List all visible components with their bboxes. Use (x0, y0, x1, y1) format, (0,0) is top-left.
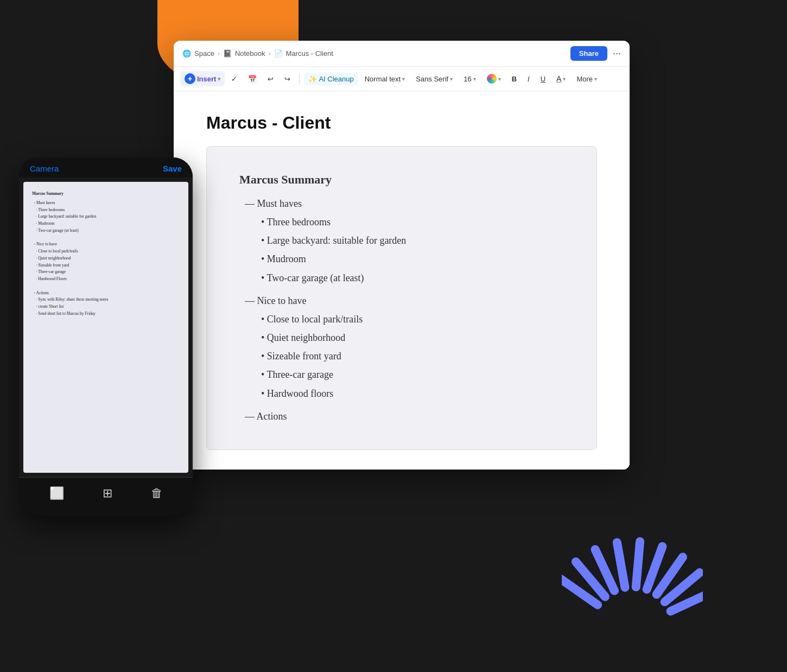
hw-title: Marcus Summary (239, 168, 564, 191)
color-button[interactable]: ▾ (483, 72, 505, 86)
breadcrumb: 🌐 Space › 📓 Notebook › 📄 Marcus - Client (182, 49, 333, 58)
phone-trash-icon[interactable]: 🗑 (151, 486, 163, 500)
check-button[interactable]: ✓ (227, 73, 242, 85)
underline-icon: U (541, 75, 545, 83)
list-item: • Two-car garage (at least) (261, 269, 564, 287)
italic-button[interactable]: I (523, 73, 534, 85)
more-dots-icon: ··· (613, 48, 621, 59)
list-item: • Quiet neighborhood (261, 328, 564, 347)
color-chevron-icon: ▾ (498, 76, 501, 82)
svg-rect-3 (631, 537, 645, 592)
plus-icon: + (185, 73, 195, 84)
hw-must-haves-section: — Must haves • Three bedrooms • Large ba… (245, 194, 564, 287)
list-item: • Mudroom (261, 250, 564, 268)
editor-content[interactable]: Marcus - Client Marcus Summary — Must ha… (174, 91, 630, 470)
size-chevron-icon: ▾ (473, 76, 476, 82)
hw-nice-to-have-section: — Nice to have • Close to local park/tra… (245, 291, 564, 403)
more-chevron-icon: ▾ (594, 76, 597, 82)
hw-must-haves-list: • Three bedrooms • Large backyard: suita… (261, 213, 564, 287)
phone-share-icon[interactable]: ⬜ (49, 486, 64, 500)
font-size-label: 16 (464, 75, 471, 83)
phone-crop-icon[interactable]: ⊞ (103, 486, 112, 500)
calendar-button[interactable]: 📅 (244, 73, 261, 85)
list-item: • Three-car garage (261, 365, 564, 384)
ai-cleanup-label: AI Cleanup (319, 75, 353, 83)
document-title: Marcus - Client (206, 113, 597, 133)
breadcrumb-sep-1: › (218, 50, 220, 58)
sunburst-svg (562, 521, 703, 629)
phone-preview-content: - Must haves · Three bedrooms · Large ba… (32, 200, 180, 318)
ai-icon: ✨ (308, 75, 317, 83)
normal-text-label: Normal text (365, 75, 401, 83)
undo-button[interactable]: ↩ (263, 73, 278, 85)
text-color-chevron-icon: ▾ (563, 76, 566, 82)
phone-status-bar: Camera Save (19, 157, 193, 177)
share-button[interactable]: Share (570, 46, 607, 61)
phone-camera-label: Camera (30, 164, 59, 173)
calendar-icon: 📅 (248, 75, 257, 83)
insert-button[interactable]: + Insert ▾ (180, 71, 225, 86)
text-color-icon: A (556, 74, 561, 83)
font-family-button[interactable]: Sans Serif ▾ (411, 73, 457, 85)
phone-bottom-bar: ⬜ ⊞ 🗑 (19, 477, 193, 516)
hw-must-haves-label: — Must haves (245, 194, 564, 213)
sunburst-decoration (562, 521, 703, 631)
more-toolbar-button[interactable]: More ▾ (572, 73, 601, 85)
more-toolbar-label: More (576, 75, 593, 83)
space-icon: 🌐 (182, 49, 191, 58)
phone-preview-title: Marcus Summary (32, 191, 180, 198)
phone-save-button[interactable]: Save (163, 164, 182, 173)
list-item: • Large backyard: suitable for garden (261, 231, 564, 250)
handwritten-note: Marcus Summary — Must haves • Three bedr… (206, 146, 597, 450)
list-item: • Sizeable front yard (261, 347, 564, 365)
breadcrumb-space: Space (194, 49, 214, 58)
hw-nice-to-have-list: • Close to local park/trails • Quiet nei… (261, 310, 564, 403)
page-icon: 📄 (274, 49, 283, 58)
redo-button[interactable]: ↪ (280, 73, 295, 85)
insert-chevron-icon: ▾ (218, 76, 220, 82)
ai-cleanup-button[interactable]: ✨ AI Cleanup (304, 73, 358, 85)
insert-label: Insert (197, 75, 216, 83)
underline-button[interactable]: U (536, 73, 550, 85)
redo-icon: ↪ (284, 75, 290, 83)
normal-text-chevron-icon: ▾ (402, 76, 405, 82)
list-item: • Three bedrooms (261, 213, 564, 231)
font-chevron-icon: ▾ (450, 76, 453, 82)
undo-icon: ↩ (268, 75, 274, 83)
sans-serif-label: Sans Serif (416, 75, 448, 83)
toolbar: + Insert ▾ ✓ 📅 ↩ ↪ ✨ AI Cleanup Normal t… (174, 67, 630, 91)
check-icon: ✓ (231, 75, 237, 83)
breadcrumb-sep-2: › (269, 50, 271, 58)
breadcrumb-current: Marcus - Client (286, 49, 333, 58)
hw-actions-label: — Actions (245, 407, 564, 426)
color-circle-icon (487, 74, 497, 84)
text-color-button[interactable]: A ▾ (552, 72, 570, 85)
editor-window: 🌐 Space › 📓 Notebook › 📄 Marcus - Client… (174, 41, 630, 470)
more-options-button[interactable]: ··· (613, 48, 621, 59)
notebook-icon: 📓 (223, 49, 232, 58)
font-size-button[interactable]: 16 ▾ (459, 73, 480, 85)
bold-button[interactable]: B (507, 73, 521, 85)
hw-actions-section: — Actions (245, 407, 564, 426)
phone-camera-view: Marcus Summary - Must haves · Three bedr… (19, 177, 193, 477)
title-bar-actions: Share ··· (570, 46, 621, 61)
hw-nice-to-have-label: — Nice to have (245, 291, 564, 310)
title-bar: 🌐 Space › 📓 Notebook › 📄 Marcus - Client… (174, 41, 630, 67)
breadcrumb-notebook: Notebook (235, 49, 265, 58)
list-item: • Close to local park/trails (261, 310, 564, 328)
phone-doc-preview: Marcus Summary - Must haves · Three bedr… (23, 182, 188, 473)
text-style-button[interactable]: Normal text ▾ (360, 73, 409, 85)
list-item: • Hardwood floors (261, 384, 564, 403)
italic-icon: I (528, 75, 530, 83)
toolbar-divider-1 (299, 73, 300, 84)
phone-mockup: Camera Save Marcus Summary - Must haves … (19, 157, 193, 516)
bold-icon: B (512, 75, 517, 83)
